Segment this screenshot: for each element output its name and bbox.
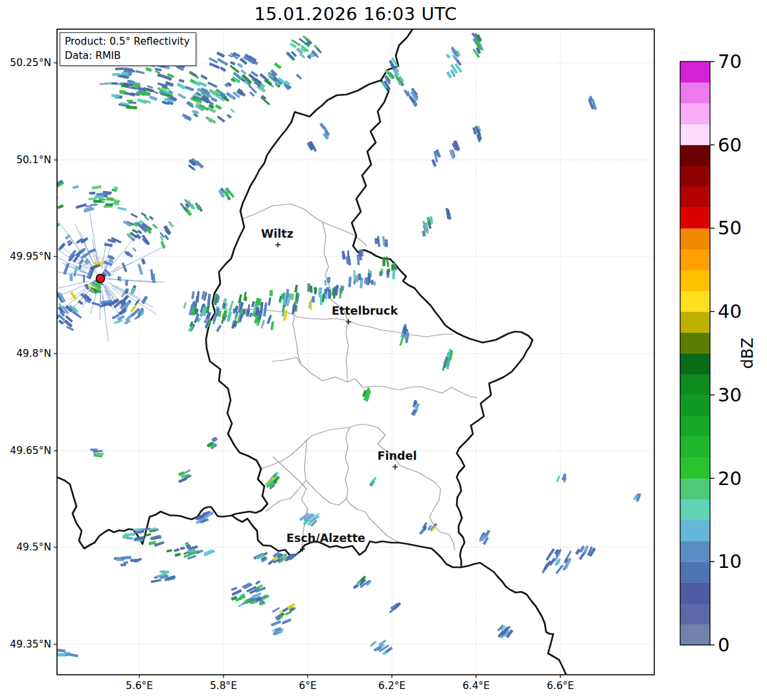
colorbar-segment [680,395,710,416]
echo-bin [26,271,30,279]
echo-bin [41,193,51,200]
colorbar-segment [680,186,710,208]
echo-bin [324,280,326,284]
echo-bin [111,82,117,84]
echo-bin [26,190,36,198]
colorbar-segment [680,166,710,187]
colorbar-tick-label: 20 [718,468,742,490]
echo-bin [371,280,374,285]
echo-bin [19,193,25,199]
colorbar-segment [680,82,710,104]
echo-bin [41,195,49,201]
echo-bin [36,209,47,218]
y-axis-tick-label: 50.25°N [10,57,51,69]
echo-bin [24,291,29,297]
echo-bin [91,203,98,206]
radar-site-dot [97,275,105,283]
y-axis-tick-label: 49.35°N [10,638,51,650]
x-axis-tick-label: 6.2°E [378,680,406,692]
echo-bin [125,280,128,286]
echo-bin [25,267,30,278]
echo-bin [382,257,385,266]
echo-bin [43,201,49,205]
colorbar-segment [680,436,710,458]
echo-bin [137,539,143,542]
echo-bin [126,537,133,539]
echo-bin [39,299,44,310]
echo-bin [35,223,40,229]
echo-bin [327,277,330,283]
echo-bin [36,198,47,207]
echo-bin [39,198,49,206]
echo-bin [36,202,47,210]
figure-title: 15.01.2026 16:03 UTC [57,4,654,24]
colorbar-segment [680,499,710,521]
echo-bin [37,210,43,216]
colorbar-tick-label: 0 [718,634,729,656]
echo-bin [387,269,391,273]
echo-bin [10,195,20,205]
echo-bin [27,282,31,293]
echo-bin [392,270,395,280]
echo-bin [25,210,32,216]
product-info-box: Product: 0.5° Reflectivity Data: RMIB [60,32,196,66]
colorbar-segment [680,270,710,291]
echo-bin [51,283,54,291]
echo-bin [94,262,104,265]
colorbar-segment [680,291,710,312]
echo-bin [33,209,39,214]
colorbar-segment [680,374,710,396]
x-axis-tick-label: 6.4°E [463,680,490,692]
colorbar-segment [680,124,710,146]
city-label: Wiltz [261,227,293,240]
colorbar-segment [680,457,710,479]
echo-bin [325,293,328,299]
echo-bin [49,282,53,293]
colorbar-segment [680,520,710,541]
colorbar-segment [680,582,710,604]
echo-bin [24,267,27,278]
colorbar-segment [680,561,710,583]
echo-bin [54,653,65,656]
echo-bin [38,196,47,204]
echo-bin [93,200,102,203]
colorbar-segment [680,332,710,354]
echo-bin [115,67,124,70]
echo-bin [26,269,29,278]
echo-bin [124,533,135,536]
colorbar-segment [680,354,710,375]
city-label: Findel [378,449,417,462]
product-line: Product: 0.5° Reflectivity [65,35,190,49]
echo-bin [46,308,51,313]
echo-bin [27,190,34,198]
echo-bin [328,289,331,299]
echo-bin [119,277,121,282]
y-axis-tick-label: 49.5°N [16,541,51,553]
echo-bin [44,204,52,210]
echo-bin [380,271,382,276]
echo-bin [32,212,40,220]
y-axis-tick-label: 50.1°N [16,154,51,166]
colorbar-tick-label: 70 [718,51,742,73]
y-axis-tick-label: 49.65°N [10,445,51,457]
city-label: Esch/Alzette [286,532,365,545]
colorbar-segment [680,311,710,333]
echo-bin [355,275,358,280]
echo-bin [43,189,49,194]
echo-bin [310,286,313,293]
echo-bin [32,284,36,289]
colorbar-segment [680,541,710,562]
echo-bin [118,277,120,281]
colorbar-segment [680,416,710,437]
map-plot-background [57,29,654,675]
echo-bin [18,273,22,282]
echo-bin [22,186,33,196]
echo-bin [45,303,49,309]
echo-bin [48,195,58,203]
echo-bin [374,240,378,245]
colorbar: 010203040506070dBZ [680,51,757,656]
echo-bin [29,192,36,199]
echo-bin [295,293,297,300]
colorbar-unit-label: dBZ [738,337,757,368]
y-axis-tick-label: 49.95°N [10,251,51,262]
